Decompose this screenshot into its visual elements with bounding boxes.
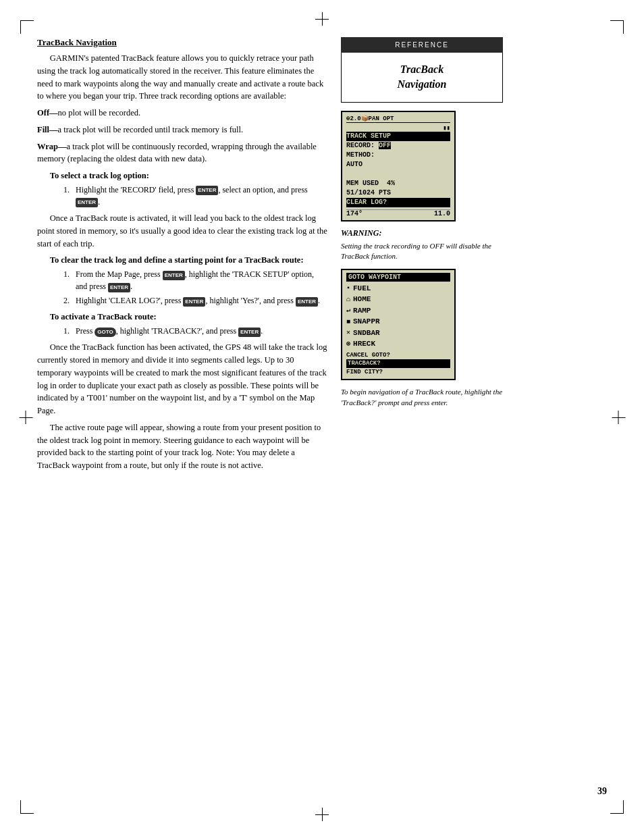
- select-steps: 1. Highlight the 'RECORD' field, press E…: [37, 184, 327, 208]
- reference-banner: REFERENCE: [341, 37, 503, 53]
- wp-home: ⌂ HOME: [346, 294, 450, 305]
- gps-header-1: ⊕2.0📦PAN OPT: [346, 115, 450, 123]
- activate-step-1: 1. Press GOTO, highlight 'TRACBACK?', an…: [63, 325, 327, 337]
- ramp-icon: ↵: [346, 305, 350, 315]
- snappr-icon: ■: [346, 317, 350, 327]
- cross-left: [19, 417, 32, 417]
- page-content: TracBack Navigation GARMIN's patented Tr…: [37, 37, 607, 797]
- cross-top: [315, 19, 329, 20]
- left-column: TracBack Navigation GARMIN's patented Tr…: [37, 37, 327, 476]
- enter-key-1: ENTER: [196, 186, 218, 195]
- wp-sndbar-label: SNDBAR: [353, 328, 380, 339]
- goto-key: GOTO: [95, 328, 115, 337]
- gps-auto: AUTO: [346, 160, 450, 170]
- cancel-goto: CANCEL GOTO?: [346, 351, 450, 360]
- clear-steps: 1. From the Map Page, press ENTER, highl…: [37, 268, 327, 307]
- cross-right: [612, 417, 625, 417]
- gps-track-setup: TRACK SETUP: [346, 132, 450, 141]
- wp-snappr: ■ SNAPPR: [346, 316, 450, 328]
- wp-fuel: ▪ FUEL: [346, 283, 450, 294]
- clear-step-2: 2. Highlight 'CLEAR LOG?', press ENTER, …: [63, 294, 327, 307]
- page-number: 39: [597, 786, 607, 797]
- option-fill-desc: a track plot will be recorded until trac…: [58, 125, 244, 134]
- wp-sndbar: ✕ SNDBAR: [346, 328, 450, 339]
- gps-coord-val: ▮▮: [443, 124, 450, 132]
- gps-screen-2: GOTO WAYPOINT ▪ FUEL ⌂ HOME ↵ RAMP ■ SNA…: [341, 269, 456, 381]
- gps-clear-log: CLEAR LOG?: [346, 198, 450, 207]
- activate-steps: 1. Press GOTO, highlight 'TRACBACK?', an…: [37, 325, 327, 337]
- enter-key-3: ENTER: [163, 271, 185, 280]
- select-head: To select a track log option:: [37, 171, 327, 181]
- option-wrap-desc: a track plot will be continuously record…: [37, 142, 317, 164]
- tracback-title-box: TracBackNavigation: [341, 53, 503, 103]
- enter-key-5: ENTER: [183, 297, 205, 307]
- warning-label: WARNING:: [341, 228, 503, 238]
- enter-key-6: ENTER: [296, 297, 318, 307]
- intro-paragraph: GARMIN's patented TracBack feature allow…: [37, 52, 327, 103]
- step-num-3: 1.: [63, 325, 73, 337]
- option-off: Off—no plot will be recorded.: [37, 107, 327, 120]
- enter-key-2: ENTER: [76, 198, 98, 207]
- right-column: REFERENCE TracBackNavigation ⊕2.0📦PAN OP…: [341, 37, 503, 476]
- warning-text: Setting the track recording to OFF will …: [341, 241, 503, 262]
- gps-goto-header: GOTO WAYPOINT: [346, 273, 450, 282]
- step-num-2: 2.: [63, 294, 73, 307]
- enter-key-7: ENTER: [238, 328, 261, 337]
- gps-record: RECORD: OFF: [346, 141, 450, 151]
- corner-mark-br: [610, 800, 624, 814]
- wp-ramp: ↵ RAMP: [346, 305, 450, 317]
- clear-step-1: 1. From the Map Page, press ENTER, highl…: [63, 268, 327, 292]
- sndbar-icon: ✕: [346, 328, 350, 338]
- corner-mark-bl: [20, 800, 34, 814]
- option-wrap: Wrap—a track plot will be continuously r…: [37, 140, 327, 166]
- option-wrap-term: Wrap—: [37, 142, 67, 151]
- wp-hreck-label: HRECK: [353, 338, 375, 350]
- hreck-icon: ⊗: [346, 339, 350, 349]
- gps-mem-used: MEM USED 4%: [346, 179, 450, 188]
- step-text-3: Press GOTO, highlight 'TRACBACK?', and p…: [76, 325, 327, 337]
- gps-speed: 11.0: [434, 210, 450, 217]
- home-icon: ⌂: [346, 294, 350, 305]
- clear-head: To clear the track log and define a star…: [37, 255, 327, 265]
- option-fill: Fill—a track plot will be recorded until…: [37, 124, 327, 136]
- caption-text: To begin navigation of a TracBack route,…: [341, 387, 503, 408]
- gps-bottom: 174° 11.0: [346, 209, 450, 217]
- step-num-1: 1.: [63, 268, 73, 292]
- enter-key-4: ENTER: [108, 283, 130, 292]
- cross-bottom: [315, 814, 329, 815]
- corner-mark-tr: [610, 20, 624, 34]
- gps-coords: ▮▮: [346, 124, 450, 132]
- gps-screen-1: ⊕2.0📦PAN OPT ▮▮ TRACK SETUP RECORD: OFF …: [341, 111, 456, 221]
- step-num: 1.: [63, 184, 73, 208]
- gps-bearing: 174°: [346, 210, 363, 217]
- step-text: Highlight the 'RECORD' field, press ENTE…: [76, 184, 327, 208]
- gps-blank: [346, 170, 450, 179]
- wp-home-label: HOME: [353, 294, 371, 305]
- wp-bottom-options: CANCEL GOTO? TRACBACK? FIND CITY?: [346, 351, 450, 377]
- step-text-1: From the Map Page, press ENTER, highligh…: [76, 268, 327, 292]
- gps-pts: 51/1024 PTS: [346, 188, 450, 198]
- tracback-option: TRACBACK?: [346, 359, 450, 368]
- option-fill-term: Fill—: [37, 125, 58, 134]
- wp-ramp-label: RAMP: [353, 305, 371, 317]
- corner-mark-tl: [20, 20, 34, 34]
- wp-hreck: ⊗ HRECK: [346, 338, 450, 350]
- option-off-desc: no plot will be recorded.: [58, 108, 141, 118]
- gps-header-left: ⊕2.0📦PAN OPT: [346, 115, 394, 122]
- find-city: FIND CITY?: [346, 368, 450, 377]
- activate-head: To activate a TracBack route:: [37, 312, 327, 322]
- wp-snappr-label: SNAPPR: [353, 316, 380, 328]
- step-text-2: Highlight 'CLEAR LOG?', press ENTER, hig…: [76, 294, 327, 307]
- gps-method: METHOD:: [346, 151, 450, 160]
- select-after: Once a TracBack route is activated, it w…: [37, 212, 327, 250]
- option-off-term: Off—: [37, 108, 58, 118]
- select-step-1: 1. Highlight the 'RECORD' field, press E…: [63, 184, 327, 208]
- section-title: TracBack Navigation: [37, 37, 327, 48]
- final-paragraph: The active route page will appear, showi…: [37, 421, 327, 472]
- wp-fuel-label: FUEL: [353, 283, 371, 294]
- fuel-icon: ▪: [346, 283, 350, 293]
- tracback-title: TracBackNavigation: [347, 62, 497, 93]
- after-activate-paragraph: Once the TracBack function has been acti…: [37, 341, 327, 417]
